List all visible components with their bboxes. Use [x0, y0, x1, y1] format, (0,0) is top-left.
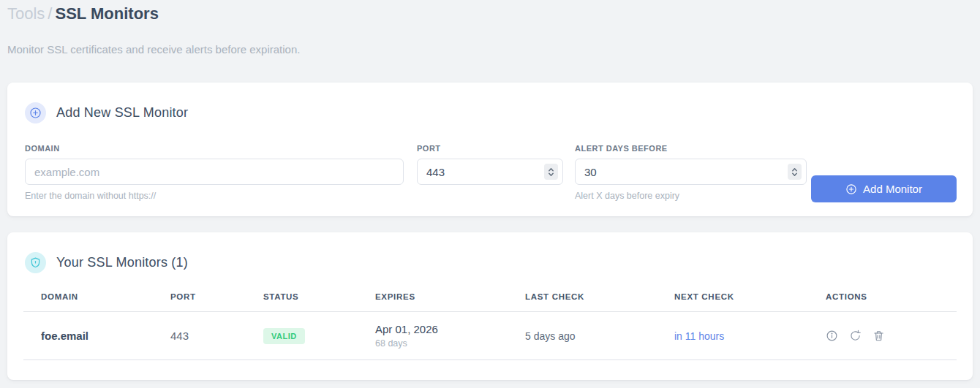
- monitor-port: 443: [170, 312, 263, 360]
- domain-helper-text: Enter the domain without https://: [25, 191, 404, 201]
- monitor-domain: foe.email: [23, 312, 170, 360]
- alert-days-label: ALERT DAYS BEFORE: [575, 144, 807, 153]
- add-monitor-card: Add New SSL Monitor DOMAIN Enter the dom…: [7, 83, 973, 216]
- col-header-expires: EXPIRES: [375, 292, 525, 312]
- port-field-group: PORT: [417, 144, 563, 185]
- add-monitor-button-label: Add Monitor: [863, 183, 922, 195]
- page-title: SSL Monitors: [55, 4, 158, 23]
- monitor-last-check: 5 days ago: [525, 312, 674, 360]
- col-header-actions: ACTIONS: [826, 292, 957, 312]
- trash-icon[interactable]: [872, 330, 885, 342]
- monitor-next-check[interactable]: in 11 hours: [674, 312, 826, 360]
- domain-input[interactable]: [25, 159, 404, 185]
- monitor-actions-cell: [826, 312, 957, 360]
- ssl-monitors-card-header: Your SSL Monitors (1): [25, 252, 188, 273]
- info-icon[interactable]: [826, 330, 838, 342]
- plus-circle-icon: [845, 183, 857, 195]
- domain-label: DOMAIN: [25, 144, 404, 153]
- table-row: foe.email 443 VALID Apr 01, 2026 68 days…: [23, 312, 957, 360]
- port-stepper[interactable]: [544, 164, 558, 180]
- refresh-icon[interactable]: [849, 330, 862, 342]
- add-monitor-button[interactable]: Add Monitor: [811, 175, 957, 202]
- col-header-status: STATUS: [263, 292, 375, 312]
- add-monitor-title: Add New SSL Monitor: [56, 105, 188, 121]
- ssl-monitors-card: Your SSL Monitors (1) DOMAIN PORT STATUS…: [7, 232, 973, 380]
- domain-field-group: DOMAIN Enter the domain without https://: [25, 144, 404, 201]
- breadcrumb: Tools/SSL Monitors: [7, 4, 159, 23]
- monitor-expires-cell: Apr 01, 2026 68 days: [375, 312, 525, 360]
- port-label: PORT: [417, 144, 563, 153]
- page-subtitle: Monitor SSL certificates and receive ale…: [7, 43, 300, 56]
- monitors-table: DOMAIN PORT STATUS EXPIRES LAST CHECK NE…: [23, 292, 957, 360]
- breadcrumb-tools-link[interactable]: Tools: [7, 4, 45, 23]
- port-input[interactable]: [417, 159, 563, 185]
- add-monitor-card-header: Add New SSL Monitor: [25, 102, 188, 123]
- alert-days-stepper[interactable]: [788, 164, 802, 180]
- breadcrumb-separator: /: [45, 4, 55, 23]
- alert-days-helper-text: Alert X days before expiry: [575, 191, 807, 201]
- expires-days-remaining: 68 days: [375, 338, 525, 349]
- col-header-next-check: NEXT CHECK: [674, 292, 826, 312]
- alert-days-input[interactable]: [575, 159, 807, 185]
- col-header-port: PORT: [170, 292, 263, 312]
- ssl-monitors-title: Your SSL Monitors (1): [56, 255, 188, 270]
- plus-circle-icon: [25, 102, 46, 123]
- alert-days-field-group: ALERT DAYS BEFORE Alert X days before ex…: [575, 144, 807, 201]
- table-header-row: DOMAIN PORT STATUS EXPIRES LAST CHECK NE…: [23, 292, 957, 312]
- monitor-status-cell: VALID: [263, 312, 375, 360]
- shield-icon: [25, 252, 46, 273]
- col-header-domain: DOMAIN: [23, 292, 170, 312]
- col-header-last-check: LAST CHECK: [525, 292, 674, 312]
- status-badge: VALID: [263, 328, 305, 344]
- expires-date: Apr 01, 2026: [375, 323, 525, 335]
